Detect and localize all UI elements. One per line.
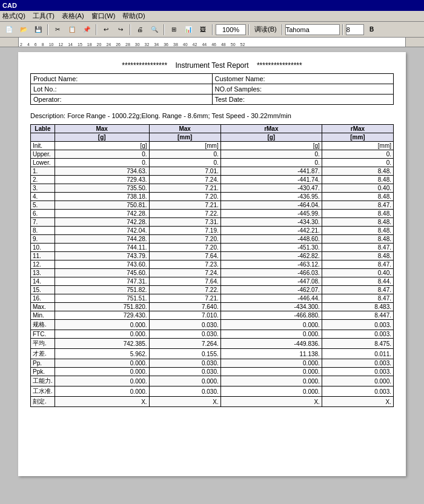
table-unit-cell: 0. — [55, 150, 149, 159]
table-cell: 0.000. — [55, 320, 149, 330]
menu-table[interactable]: 表格(A) — [62, 12, 84, 21]
menu-window[interactable]: 窗口(W) — [91, 12, 116, 21]
table-cell: 11. — [31, 252, 55, 260]
table-unit-cell: 0. — [149, 150, 220, 159]
table-row: 工水准.0.000.0.030.0.000.0.003. — [31, 386, 394, 397]
table-row: 7.742.28.7.31.-434.30.8.48. — [31, 218, 394, 227]
table-cell: -447.08. — [220, 277, 322, 286]
table-cell: -462.07. — [220, 286, 322, 294]
table-button[interactable]: ⊞ — [167, 24, 181, 36]
table-cell: 16. — [31, 294, 55, 303]
table-cell: 7.21. — [149, 201, 220, 210]
lot-no-label: Lot No.: — [33, 85, 57, 93]
table-cell: 9. — [31, 235, 55, 244]
table-cell: X. — [220, 397, 322, 407]
menu-help[interactable]: 帮助(D) — [122, 12, 145, 21]
table-row: 才差.5.962.0.155.11.138.0.011. — [31, 349, 394, 359]
table-cell: 7.21. — [149, 294, 220, 303]
table-cell: Pp. — [31, 359, 55, 368]
table-cell: 7.64. — [149, 252, 220, 260]
table-cell: 0.030. — [149, 330, 220, 339]
table-cell: 735.50. — [55, 184, 149, 193]
table-cell: 0.000. — [220, 320, 322, 330]
table-cell: 7.21. — [149, 184, 220, 193]
table-cell: 744.28. — [55, 235, 149, 244]
table-row: 5.750.81.7.21.-464.04.8.47. — [31, 201, 394, 210]
title-suffix: **************** — [257, 61, 302, 70]
view-label: 调读(B) — [254, 25, 277, 34]
table-cell: 0.003. — [322, 359, 393, 368]
table-row: 8.742.04.7.19.-442.21.8.48. — [31, 227, 394, 235]
open-button[interactable]: 📂 — [17, 24, 30, 36]
table-cell: 0.000. — [55, 386, 149, 397]
operator-label: Operator: — [33, 96, 61, 103]
save-button[interactable]: 💾 — [31, 24, 45, 36]
table-cell: -441.87. — [220, 167, 322, 176]
operator-cell: Operator: — [31, 94, 213, 105]
table-cell: 8.483. — [322, 303, 393, 311]
toolbar-separator-1 — [47, 24, 48, 35]
table-cell: 751.820. — [55, 303, 149, 311]
table-unit-cell: Init. — [31, 142, 55, 150]
font-input[interactable]: Tahoma — [285, 24, 340, 35]
toolbar-separator-2 — [96, 24, 97, 35]
table-cell: 0.000. — [220, 368, 322, 376]
table-row: 14.747.31.7.64.-447.08.8.44. — [31, 277, 394, 286]
table-cell: 7. — [31, 218, 55, 227]
table-cell: 0.40. — [322, 269, 393, 277]
table-cell: 0.030. — [149, 386, 220, 397]
table-cell: 8.48. — [322, 227, 393, 235]
table-unit-cell: 0. — [55, 159, 149, 167]
col-header-rmax2: rMax — [322, 125, 393, 133]
table-cell: 0.030. — [149, 320, 220, 330]
table-row: Min.729.430.7.010.-466.880.8.447. — [31, 311, 394, 320]
table-row: 刻定.X.X.X.X. — [31, 397, 394, 407]
table-cell: 工能力. — [31, 376, 55, 386]
toolbar-separator-8 — [342, 24, 343, 35]
ruler-marks: 2 4 6 8 10 12 14 15 18 20 24 26 28 30 32… — [19, 38, 405, 47]
toolbar-separator-7 — [282, 24, 283, 35]
table-cell: 7.640. — [149, 303, 220, 311]
bold-button[interactable]: B — [365, 24, 379, 36]
table-unit-cell: 0. — [322, 150, 393, 159]
redo-button[interactable]: ↪ — [114, 24, 127, 36]
cut-button[interactable]: ✂ — [51, 24, 64, 36]
table-cell: 8.48. — [322, 176, 393, 184]
table-cell: 743.60. — [55, 260, 149, 269]
table-cell: 7.22. — [149, 286, 220, 294]
col-header-rmax1: rMax — [220, 125, 322, 133]
table-row: Max.751.820.7.640.-434.300.8.483. — [31, 303, 394, 311]
preview-button[interactable]: 🔍 — [148, 24, 161, 36]
chart-button[interactable]: 📊 — [182, 24, 195, 36]
table-cell: 0.000. — [220, 330, 322, 339]
table-cell: 5. — [31, 201, 55, 210]
table-row: 10.744.11.7.20.-451.30.8.47. — [31, 244, 394, 252]
ruler-inner: 2 4 6 8 10 12 14 15 18 20 24 26 28 30 32… — [18, 38, 406, 47]
paste-button[interactable]: 📌 — [80, 24, 93, 36]
menu-format[interactable]: 格式(Q) — [2, 12, 25, 21]
table-cell: 0.011. — [322, 349, 393, 359]
table-cell: 742.04. — [55, 227, 149, 235]
zoom-input[interactable]: 100% — [216, 24, 246, 35]
table-cell: 8.47. — [322, 244, 393, 252]
table-cell: 7.24. — [149, 176, 220, 184]
fontsize-input[interactable]: 8 — [346, 24, 364, 35]
table-cell: 738.18. — [55, 193, 149, 201]
table-cell: X. — [322, 397, 393, 407]
description: Description: Force Range - 1000.22g;Elon… — [30, 112, 394, 119]
table-cell: 742.28. — [55, 210, 149, 218]
page: **************** Instrument Test Report … — [18, 52, 406, 476]
table-cell: 8.48. — [322, 235, 393, 244]
menu-tools[interactable]: 工具(T) — [33, 12, 55, 21]
copy-button[interactable]: 📋 — [65, 24, 79, 36]
table-cell: 0.40. — [322, 184, 393, 193]
table-cell: 0.030. — [149, 368, 220, 376]
print-button[interactable]: 🖨 — [133, 24, 147, 36]
table-cell: 0.000. — [220, 386, 322, 397]
table-row: 4.738.18.7.20.-436.95.8.48. — [31, 193, 394, 201]
toolbar-separator-6 — [248, 24, 250, 35]
table-unit-cell: 0. — [322, 159, 393, 167]
new-button[interactable]: 📄 — [2, 24, 16, 36]
undo-button[interactable]: ↩ — [99, 24, 113, 36]
image-button[interactable]: 🖼 — [196, 24, 210, 36]
